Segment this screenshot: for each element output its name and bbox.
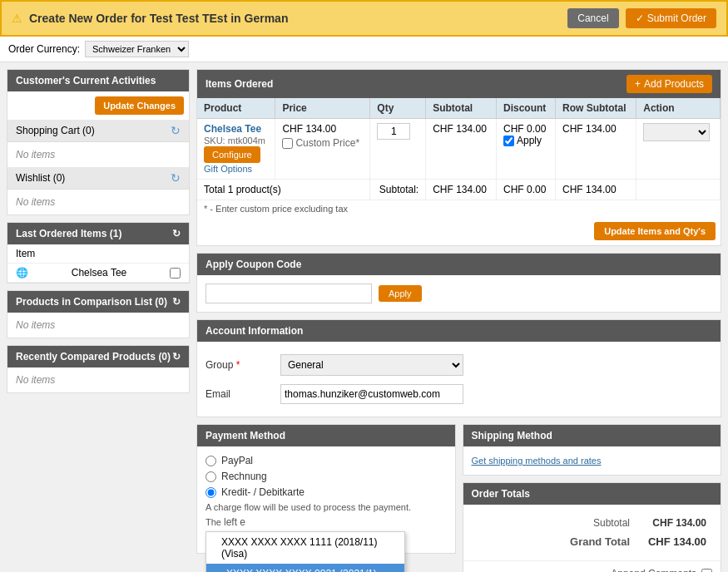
coupon-input[interactable] [206, 284, 372, 303]
kredit-label: Kredit- / Debitkarte [221, 486, 305, 498]
table-header-row: Product Price Qty Subtotal Discount Row … [197, 98, 721, 119]
row-subtotal-cell: CHF 134.00 [555, 119, 636, 180]
totals-options: Append Comments Email Order Confirmation… [463, 560, 721, 572]
submit-order-button-top[interactable]: ✓ Submit Order [626, 8, 716, 28]
discount-apply-label: Apply [517, 135, 542, 146]
card-option-1-check [215, 543, 217, 553]
rechnung-row: Rechnung [206, 471, 447, 482]
card-option-2[interactable]: ✓ XXXX XXXX XXXX 0021 (2021/1) (Masterca… [206, 564, 404, 572]
col-qty: Qty [370, 98, 426, 119]
totals-body: Subtotal CHF 134.00 Grand Total CHF 134.… [463, 505, 721, 560]
add-products-button[interactable]: + Add Products [626, 75, 712, 93]
recently-compared-sync-icon[interactable]: ↻ [172, 351, 181, 362]
items-ordered-section: Items Ordered + Add Products Product Pri… [196, 69, 721, 246]
last-ordered-sync-icon[interactable]: ↻ [172, 228, 181, 239]
grand-total-label: Grand Total [473, 533, 635, 550]
qty-input[interactable] [377, 123, 410, 140]
payment-token-text: The left e [206, 516, 447, 528]
wishlist-label: Wishlist (0) [16, 172, 65, 184]
account-section: Account Information Group * General Emai… [196, 319, 721, 417]
product-globe-icon: 🌐 [16, 267, 28, 279]
payment-col: Payment Method PayPal Rechnung [196, 424, 456, 572]
card-option-1[interactable]: XXXX XXXX XXXX 1111 (2018/11) (Visa) [206, 532, 404, 564]
configure-button[interactable]: Configure [204, 146, 260, 163]
col-price: Price [275, 98, 370, 119]
paypal-radio[interactable] [206, 456, 216, 466]
shopping-cart-content: No items [7, 142, 189, 167]
grand-total-row: Grand Total CHF 134.00 [473, 533, 711, 550]
subtotal-cell: CHF 134.00 [426, 119, 497, 180]
shipping-header: Shipping Method [463, 425, 721, 446]
gift-options-link[interactable]: Gift Options [204, 164, 252, 174]
shipping-col: Shipping Method Get shipping methods and… [463, 424, 722, 572]
customer-activities-section: Customer's Current Activities Update Cha… [7, 69, 190, 215]
product-cell: Chelsea Tee SKU: mtk004m Configure Gift … [197, 119, 275, 180]
update-items-row: Update Items and Qty's [197, 217, 721, 245]
col-row-subtotal: Row Subtotal [555, 98, 636, 119]
table-row: Chelsea Tee SKU: mtk004m Configure Gift … [197, 119, 721, 180]
items-ordered-header: Items Ordered + Add Products [197, 70, 721, 98]
sidebar: Customer's Current Activities Update Cha… [7, 69, 190, 572]
discount-apply-checkbox[interactable] [503, 136, 514, 146]
totals-discount-cell: CHF 0.00 [497, 180, 556, 200]
card-option-1-label: XXXX XXXX XXXX 1111 (2018/11) (Visa) [221, 536, 396, 560]
qty-cell [370, 119, 426, 180]
title-bar-actions: Cancel ✓ Submit Order [567, 8, 716, 28]
payment-body: PayPal Rechnung Kredit- / Debitkarte A c… [197, 446, 455, 553]
row-subtotal-value: CHF 134.00 [562, 123, 617, 135]
email-row: Email [206, 380, 712, 408]
group-select[interactable]: General [280, 354, 463, 376]
totals-action-cell [636, 180, 721, 200]
cancel-button[interactable]: Cancel [567, 8, 618, 28]
recently-compared-section: Recently Compared Products (0) ↻ No item… [7, 345, 190, 393]
customer-activities-header: Customer's Current Activities [7, 70, 189, 91]
last-ordered-section: Last Ordered Items (1) ↻ Item 🌐 Chelsea … [7, 222, 190, 284]
update-items-button[interactable]: Update Items and Qty's [594, 222, 716, 240]
shipping-section: Shipping Method Get shipping methods and… [463, 424, 722, 476]
shopping-cart-sync-icon[interactable]: ↻ [171, 124, 181, 137]
title-bar-left: ⚠ Create New Order for Test Test TEst in… [12, 12, 288, 25]
totals-row: Total 1 product(s) Subtotal: CHF 134.00 … [197, 180, 721, 200]
last-ordered-item-header: Item [7, 244, 189, 264]
group-field: General [280, 354, 712, 376]
update-changes-button[interactable]: Update Changes [95, 96, 184, 115]
comparison-list-header: Products in Comparison List (0) ↻ [7, 291, 189, 313]
product-price: CHF 134.00 [282, 123, 336, 135]
comparison-sync-icon[interactable]: ↻ [172, 296, 181, 308]
payment-section: Payment Method PayPal Rechnung [196, 424, 456, 554]
totals-subtotal-cell: CHF 134.00 [426, 180, 497, 200]
wishlist-header: Wishlist (0) ↻ [7, 167, 189, 190]
title-bar: ⚠ Create New Order for Test Test TEst in… [0, 0, 728, 37]
shipping-rates-link[interactable]: Get shipping methods and rates [472, 456, 602, 466]
last-ordered-checkbox[interactable] [170, 268, 181, 279]
kredit-radio[interactable] [206, 487, 216, 498]
col-product: Product [197, 98, 275, 119]
card-dropdown-list[interactable]: XXXX XXXX XXXX 1111 (2018/11) (Visa) ✓ X… [206, 531, 405, 572]
wishlist-sync-icon[interactable]: ↻ [171, 171, 181, 185]
order-totals-section: Order Totals Subtotal CHF 134.00 Grand T… [463, 482, 722, 572]
email-field-container [280, 384, 712, 404]
add-icon: + [635, 78, 641, 90]
last-ordered-product-name: Chelsea Tee [72, 267, 127, 279]
group-label: Group * [206, 359, 272, 371]
totals-row-total-cell: CHF 134.00 [555, 180, 636, 200]
apply-coupon-button[interactable]: Apply [379, 285, 422, 302]
currency-bar: Order Currency: Schweizer Franken [0, 37, 728, 62]
totals-label-cell: Total 1 product(s) [197, 180, 370, 200]
product-sku: SKU: mtk004m [204, 136, 265, 145]
email-label: Email [206, 388, 272, 400]
append-comments-checkbox[interactable] [701, 569, 712, 573]
currency-select[interactable]: Schweizer Franken [85, 41, 189, 57]
rechnung-radio[interactable] [206, 471, 216, 482]
email-input[interactable] [280, 384, 463, 404]
action-select[interactable] [643, 123, 710, 141]
subtotal-row: Subtotal CHF 134.00 [473, 515, 711, 531]
paypal-row: PayPal [206, 455, 447, 466]
discount-amount: CHF 0.00 [503, 123, 546, 135]
recently-compared-content: No items [7, 367, 189, 392]
card-dropdown-overlay: Toke XXXX XXXX XXXX 1111 (2018/11) (Visa… [206, 531, 447, 543]
items-table: Product Price Qty Subtotal Discount Row … [197, 98, 721, 200]
custom-price-checkbox[interactable] [282, 138, 293, 149]
shipping-body: Get shipping methods and rates [463, 446, 721, 475]
col-discount: Discount [497, 98, 556, 119]
